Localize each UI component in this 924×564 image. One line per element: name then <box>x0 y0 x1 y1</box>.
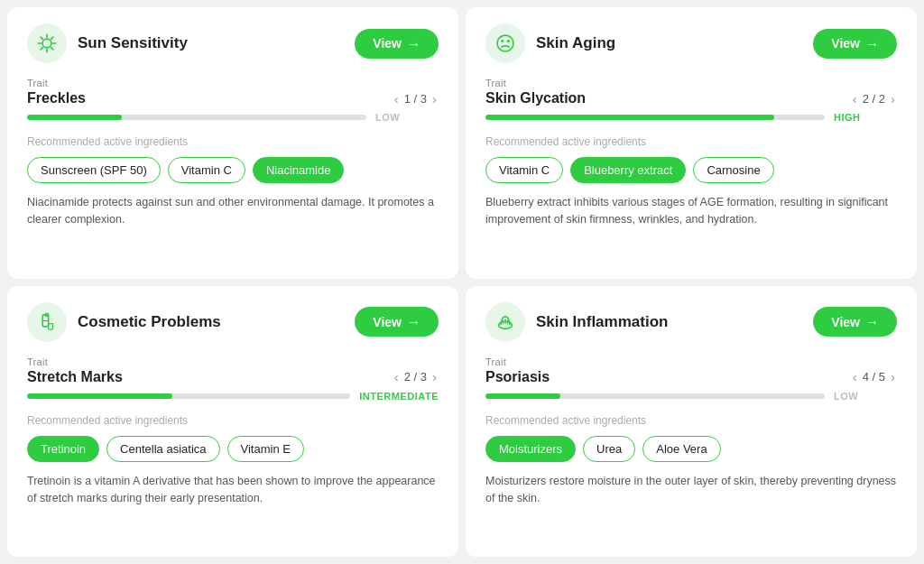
progress-bar-bg <box>485 393 825 399</box>
svg-line-6 <box>51 48 53 50</box>
nav-controls: ‹ 4 / 5 › <box>851 370 897 384</box>
card-title: Cosmetic Problems <box>78 313 221 331</box>
view-button[interactable]: View → <box>813 307 897 337</box>
ingredient-btn-2[interactable]: Niacinamide <box>253 157 345 183</box>
trait-row: Psoriasis ‹ 4 / 5 › <box>485 369 897 385</box>
view-button[interactable]: View → <box>355 29 439 59</box>
view-label: View <box>373 315 402 329</box>
trait-section-label: Trait <box>27 78 439 88</box>
ingredient-btn-2[interactable]: Aloe Vera <box>642 436 720 462</box>
ingredient-btn-0[interactable]: Tretinoin <box>27 436 99 462</box>
arrow-icon: → <box>865 36 879 51</box>
svg-point-10 <box>501 40 504 42</box>
inflammation-icon-circle <box>485 302 525 342</box>
svg-line-7 <box>51 37 53 39</box>
ingredients-row: Tretinoin Centella asiatica Vitamin E <box>27 436 439 462</box>
nav-prev-button[interactable]: ‹ <box>393 370 401 384</box>
nav-prev-button[interactable]: ‹ <box>851 92 859 106</box>
ingredient-btn-2[interactable]: Vitamin E <box>227 436 304 462</box>
svg-point-11 <box>507 40 510 42</box>
trait-row: Stretch Marks ‹ 2 / 3 › <box>27 369 439 385</box>
arrow-icon: → <box>865 314 879 329</box>
ingredients-row: Sunscreen (SPF 50) Vitamin C Niacinamide <box>27 157 439 183</box>
view-label: View <box>373 36 402 51</box>
progress-bar-fill <box>27 115 122 120</box>
progress-bar-fill <box>485 393 560 399</box>
progress-row: INTERMEDIATE <box>27 391 439 402</box>
card-header-left: Skin Aging <box>485 23 615 63</box>
card-title: Sun Sensitivity <box>78 34 188 52</box>
card-header: Cosmetic Problems View → <box>27 302 439 342</box>
card-header: Sun Sensitivity View → <box>27 23 439 63</box>
nav-next-button[interactable]: › <box>889 92 897 106</box>
view-button[interactable]: View → <box>813 29 897 59</box>
nav-controls: ‹ 2 / 2 › <box>851 92 897 106</box>
trait-section-label: Trait <box>27 356 439 367</box>
trait-row: Freckles ‹ 1 / 3 › <box>27 90 439 106</box>
card-sun-sensitivity: Sun Sensitivity View → Trait Freckles ‹ … <box>7 7 458 279</box>
ingredients-row: Vitamin C Blueberry extract Carnosine <box>485 157 897 183</box>
arrow-icon: → <box>407 314 420 329</box>
nav-controls: ‹ 1 / 3 › <box>393 92 439 106</box>
progress-bar-bg <box>27 115 366 120</box>
nav-prev-button[interactable]: ‹ <box>851 370 859 384</box>
ingredients-section-label: Recommended active ingredients <box>485 135 897 148</box>
svg-point-0 <box>42 39 51 48</box>
trait-name: Psoriasis <box>485 369 550 385</box>
card-skin-aging: Skin Aging View → Trait Skin Glycation ‹… <box>466 7 917 279</box>
ingredient-btn-0[interactable]: Sunscreen (SPF 50) <box>27 157 161 183</box>
ingredient-btn-0[interactable]: Moisturizers <box>485 436 576 462</box>
ingredients-section-label: Recommended active ingredients <box>27 135 439 148</box>
progress-label: INTERMEDIATE <box>359 391 439 402</box>
progress-bar-bg <box>485 115 825 120</box>
trait-section-label: Trait <box>485 356 897 367</box>
ingredient-btn-1[interactable]: Blueberry extract <box>570 157 686 183</box>
nav-next-button[interactable]: › <box>430 370 439 384</box>
progress-bar-fill <box>485 115 774 120</box>
nav-current: 1 / 3 <box>404 92 427 106</box>
nav-controls: ‹ 2 / 3 › <box>393 370 439 384</box>
svg-line-5 <box>41 37 42 39</box>
description: Niacinamide protects against sun and oth… <box>27 194 439 229</box>
ingredients-row: Moisturizers Urea Aloe Vera <box>485 436 897 462</box>
card-header: Skin Aging View → <box>485 23 897 63</box>
ingredient-btn-1[interactable]: Centella asiatica <box>106 436 219 462</box>
card-title: Skin Inflammation <box>536 313 668 331</box>
ingredient-btn-1[interactable]: Urea <box>583 436 635 462</box>
trait-row: Skin Glycation ‹ 2 / 2 › <box>485 90 897 106</box>
progress-label: LOW <box>834 391 897 402</box>
progress-row: LOW <box>485 391 897 402</box>
main-grid: Sun Sensitivity View → Trait Freckles ‹ … <box>0 0 924 564</box>
aging-icon-circle <box>485 23 525 63</box>
card-header-left: Cosmetic Problems <box>27 302 221 342</box>
cosmetic-icon-circle <box>27 302 67 342</box>
nav-prev-button[interactable]: ‹ <box>393 92 401 106</box>
card-header-left: Sun Sensitivity <box>27 23 188 63</box>
description: Blueberry extract inhibits various stage… <box>485 194 897 229</box>
progress-label: HIGH <box>834 112 897 123</box>
view-label: View <box>831 36 860 51</box>
nav-next-button[interactable]: › <box>889 370 897 384</box>
trait-section-label: Trait <box>485 78 897 88</box>
progress-row: HIGH <box>485 112 897 123</box>
card-title: Skin Aging <box>536 34 615 52</box>
ingredients-section-label: Recommended active ingredients <box>485 414 897 427</box>
ingredient-btn-2[interactable]: Carnosine <box>693 157 773 183</box>
ingredient-btn-1[interactable]: Vitamin C <box>168 157 245 183</box>
card-skin-inflammation: Skin Inflammation View → Trait Psoriasis… <box>466 286 917 558</box>
view-label: View <box>831 315 860 329</box>
ingredients-section-label: Recommended active ingredients <box>27 414 439 427</box>
card-header-left: Skin Inflammation <box>485 302 668 342</box>
view-button[interactable]: View → <box>355 307 439 337</box>
nav-current: 4 / 5 <box>863 370 885 384</box>
arrow-icon: → <box>407 36 420 51</box>
description: Tretinoin is a vitamin A derivative that… <box>27 473 439 508</box>
nav-next-button[interactable]: › <box>430 92 439 106</box>
progress-bar-fill <box>27 393 172 399</box>
card-cosmetic-problems: Cosmetic Problems View → Trait Stretch M… <box>7 286 458 558</box>
description: Moisturizers restore moisture in the out… <box>485 473 897 508</box>
progress-bar-bg <box>27 393 350 399</box>
card-header: Skin Inflammation View → <box>485 302 897 342</box>
svg-line-8 <box>41 48 42 50</box>
ingredient-btn-0[interactable]: Vitamin C <box>485 157 563 183</box>
